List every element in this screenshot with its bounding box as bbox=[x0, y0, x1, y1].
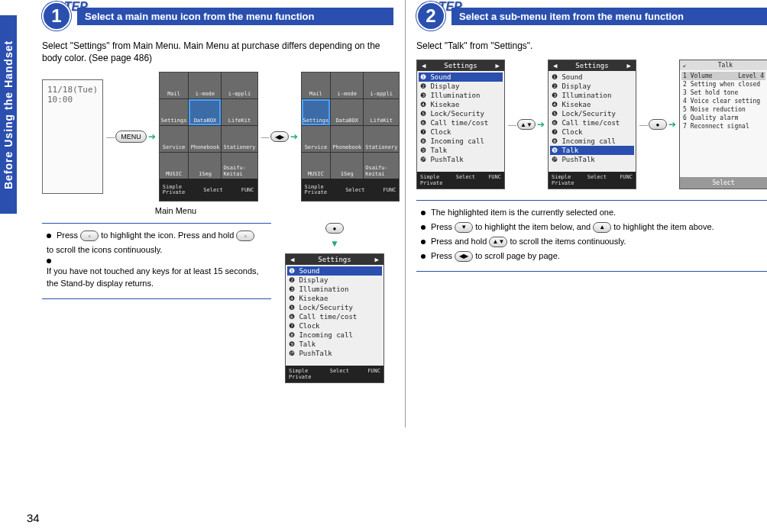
grid-cell: Stationery bbox=[364, 126, 399, 152]
list-item: ❿ PushTalk bbox=[552, 155, 633, 164]
list-item: ❷ Display bbox=[420, 82, 501, 91]
dpad-center-icon: ● bbox=[325, 223, 344, 234]
list-item: ❼ Clock bbox=[552, 127, 633, 137]
list-item: ❻ Call time/cost bbox=[289, 312, 380, 321]
list-item: ❿ PushTalk bbox=[289, 349, 380, 358]
step1-badge: 1 bbox=[42, 2, 71, 31]
dpad-arrow: — ● ➔ bbox=[639, 119, 676, 130]
grid-cell: Phonebook bbox=[189, 126, 221, 152]
list-item: ❶ Sound bbox=[419, 73, 503, 82]
grid-cell: Phonebook bbox=[331, 126, 363, 152]
note-text: Press bbox=[57, 230, 78, 242]
grid-cell-highlight: Settings bbox=[302, 99, 331, 125]
back-icon: ↙ bbox=[683, 62, 687, 69]
softkey-left: SimplePrivate bbox=[305, 185, 328, 195]
dpad-up-icon: ▲ bbox=[593, 222, 611, 233]
grid-cell: LifeKit bbox=[364, 99, 399, 125]
menu-arrow: — MENU ➔ bbox=[106, 131, 156, 143]
list-item: ❼ Clock bbox=[289, 321, 380, 330]
softkey-center: Select bbox=[330, 368, 349, 380]
list-item: ❻ Call time/cost bbox=[420, 118, 501, 127]
dpad-icon: ▲▼ bbox=[517, 119, 536, 130]
right-arrow-icon: ▶ bbox=[496, 62, 500, 69]
grid-cell: LifeKit bbox=[222, 99, 257, 125]
dpad-arrow: — ◀▶ ➔ bbox=[261, 131, 298, 142]
talk-item: 4 Voice clear setting bbox=[683, 97, 764, 105]
softkey-center: Select bbox=[203, 187, 222, 193]
note-text: Press bbox=[431, 221, 452, 234]
screen-title: Settings bbox=[575, 62, 608, 69]
main-menu-screen-2: Mail i-mode i-αppli Settings DataBOX Lif… bbox=[301, 72, 400, 202]
standby-screen: 11/18(Tue) 10:00 bbox=[42, 79, 103, 194]
list-item: ❼ Clock bbox=[420, 127, 501, 137]
step2-title: Select a sub-menu item from the menu fun… bbox=[451, 8, 767, 25]
note-text: If you have not touched any keys for at … bbox=[47, 266, 267, 290]
dpad-icon: ▲▼ bbox=[489, 237, 507, 247]
talk-volume-value: Level 4 bbox=[738, 73, 764, 79]
settings-list-screen-1: ◀ Settings ▶ ❶ Sound ❷ Display ❸ Illumin… bbox=[416, 60, 505, 189]
screen-title: Settings bbox=[444, 62, 477, 69]
bullet-icon bbox=[421, 211, 426, 215]
bullet-icon bbox=[47, 234, 51, 238]
step1-title: Select a main menu icon from the menu fu… bbox=[77, 8, 393, 25]
grid-cell: Osaifu-Keitai bbox=[364, 153, 399, 179]
list-item: ❹ Kisekae bbox=[420, 100, 501, 109]
grid-cell: Service bbox=[302, 126, 331, 152]
dpad-icon: ◦ bbox=[236, 231, 254, 241]
step1-intro: Select "Settings" from Main Menu. Main M… bbox=[42, 40, 393, 64]
bullet-icon bbox=[421, 225, 426, 230]
softkey-center: Select bbox=[345, 187, 364, 193]
left-arrow-icon: ◀ bbox=[422, 62, 426, 69]
grid-cell: DataBOX bbox=[331, 99, 363, 125]
list-item: ❶ Sound bbox=[287, 266, 382, 276]
standby-clock: 11/18(Tue) 10:00 bbox=[47, 85, 98, 105]
softkey-left: SimplePrivate bbox=[552, 174, 574, 186]
dpad-icon: ◀▶ bbox=[270, 131, 289, 142]
settings-list-screen: ◀ Settings ▶ ❶ Sound ❷ Display ❸ Illumin… bbox=[285, 253, 384, 383]
list-item: ❽ Incoming call bbox=[552, 137, 633, 146]
step2-notes: The highlighted item is the currently se… bbox=[416, 200, 767, 272]
softkey-right: FUNC bbox=[367, 368, 380, 380]
bullet-icon bbox=[47, 259, 51, 263]
note-text: Press bbox=[431, 250, 452, 263]
step2-column: STEP 2 Select a sub-menu item from the m… bbox=[416, 0, 767, 272]
note-text: to scroll page by page. bbox=[475, 250, 560, 263]
list-item: ❷ Display bbox=[552, 82, 633, 91]
talk-softkey: Select bbox=[680, 177, 767, 189]
softkey-center: Select bbox=[587, 174, 607, 186]
note-text: to scroll the items continuously. bbox=[510, 236, 626, 248]
list-item: ❹ Kisekae bbox=[289, 294, 380, 303]
list-item: ❾ Talk bbox=[289, 340, 380, 349]
talk-item: 7 Reconnect signal bbox=[683, 122, 764, 131]
screen-title: Talk bbox=[718, 62, 733, 69]
softkey-center: Select bbox=[456, 174, 475, 186]
page-number: 34 bbox=[27, 511, 40, 524]
dpad-arrow: — ▲▼ ➔ bbox=[508, 119, 545, 130]
list-item: ❸ Illumination bbox=[552, 91, 633, 100]
step1-column: STEP 1 Select a main menu icon from the … bbox=[42, 0, 393, 383]
grid-cell: Mail bbox=[302, 73, 331, 98]
bullet-icon bbox=[421, 240, 426, 244]
step2-title-row: 2 Select a sub-menu item from the menu f… bbox=[416, 2, 767, 31]
talk-screen: ↙ Talk 1 Volume Level 4 2 Setting when c… bbox=[679, 60, 767, 189]
section-tab: Before Using the Handset bbox=[0, 15, 17, 214]
talk-item: 6 Quality alarm bbox=[683, 114, 764, 122]
talk-item-highlight: 1 Volume Level 4 bbox=[681, 72, 765, 80]
grid-cell: Mail bbox=[160, 73, 189, 98]
right-arrow-icon: ▶ bbox=[627, 62, 631, 69]
softkey-left: SimplePrivate bbox=[163, 185, 186, 195]
list-item: ❺ Lock/Security bbox=[420, 109, 501, 118]
list-item-highlight: ❾ Talk bbox=[550, 146, 634, 155]
grid-cell-highlight: DataBOX bbox=[189, 99, 221, 125]
softkey-right: FUNC bbox=[241, 187, 254, 193]
list-item: ❽ Incoming call bbox=[289, 330, 380, 340]
list-item: ❶ Sound bbox=[552, 73, 633, 82]
dpad-down-icon: ▼ bbox=[455, 222, 473, 233]
grid-cell: Osaifu-Keitai bbox=[222, 153, 257, 179]
talk-item: 5 Noise reduction bbox=[683, 105, 764, 114]
note-text: to highlight the item below, and bbox=[475, 221, 591, 234]
note-text: Press and hold bbox=[431, 236, 487, 248]
menu-button[interactable]: MENU bbox=[115, 131, 147, 143]
step1-notes: Press ◦ to highlight the icon. Press and… bbox=[42, 223, 271, 299]
grid-cell: Stationery bbox=[222, 126, 257, 152]
